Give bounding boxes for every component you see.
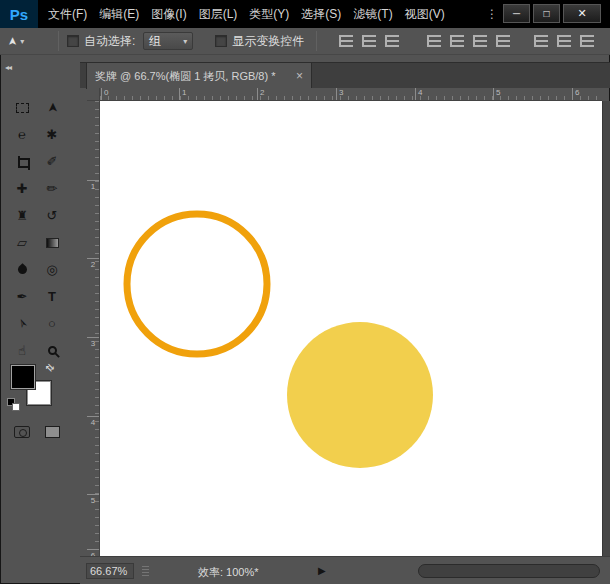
swap-colors-icon[interactable]: ⇄ bbox=[43, 361, 57, 375]
chevron-down-icon: ▾ bbox=[183, 37, 187, 46]
horizontal-scrollbar-thumb[interactable] bbox=[418, 564, 600, 578]
healing-brush-tool[interactable]: ✚ bbox=[7, 175, 37, 202]
yellow-filled-circle-shape[interactable] bbox=[287, 322, 433, 468]
menu-filter[interactable]: 滤镜(T) bbox=[347, 0, 398, 28]
ellipse-icon: ○ bbox=[48, 317, 56, 330]
path-selection-tool[interactable]: ➢ bbox=[7, 310, 37, 337]
ruler-tick: 3 bbox=[87, 337, 99, 348]
blur-tool[interactable] bbox=[7, 256, 37, 283]
ruler-tick: 3 bbox=[336, 88, 343, 100]
healing-brush-icon: ✚ bbox=[17, 182, 28, 195]
menu-bar: 文件(F) 编辑(E) 图像(I) 图层(L) 类型(Y) 选择(S) 滤镜(T… bbox=[42, 0, 451, 28]
type-icon: T bbox=[48, 290, 56, 303]
menu-edit[interactable]: 编辑(E) bbox=[93, 0, 145, 28]
horizontal-ruler: 0 1 2 3 4 5 6 bbox=[100, 88, 602, 101]
menu-image[interactable]: 图像(I) bbox=[145, 0, 192, 28]
menu-overflow-icon[interactable]: ⋮ bbox=[486, 0, 498, 28]
brush-icon: ✏ bbox=[47, 182, 58, 195]
ruler-tick: 2 bbox=[87, 258, 99, 269]
eraser-tool[interactable]: ▱ bbox=[7, 229, 37, 256]
brush-tool[interactable]: ✏ bbox=[37, 175, 67, 202]
default-colors-icon[interactable] bbox=[7, 398, 21, 412]
zoom-tool[interactable] bbox=[37, 337, 67, 364]
align-top-edges-icon[interactable] bbox=[339, 35, 353, 47]
menu-view[interactable]: 视图(V) bbox=[399, 0, 451, 28]
menu-file[interactable]: 文件(F) bbox=[42, 0, 93, 28]
eraser-icon: ▱ bbox=[17, 236, 27, 249]
align-vertical-centers-icon[interactable] bbox=[362, 35, 376, 47]
quick-selection-tool[interactable]: ✱ bbox=[37, 121, 67, 148]
ellipse-tool[interactable]: ○ bbox=[37, 310, 67, 337]
status-bar: 66.67% 效率: 100%* ▶ bbox=[80, 556, 610, 584]
orange-outline-circle-shape[interactable] bbox=[127, 214, 267, 354]
window-controls: ─ □ ✕ bbox=[503, 4, 601, 23]
dodge-icon: ◎ bbox=[46, 263, 57, 276]
screen-mode-icon bbox=[45, 426, 60, 438]
photoshop-logo: Ps bbox=[0, 0, 38, 28]
distribute-horizontal-centers-icon[interactable] bbox=[557, 35, 571, 47]
gradient-icon bbox=[46, 238, 59, 248]
ruler-origin-corner[interactable] bbox=[87, 88, 100, 101]
ruler-tick: 0 bbox=[101, 88, 108, 100]
foreground-color-swatch[interactable] bbox=[11, 365, 35, 389]
tool-options-bar: ➤ ▾ 自动选择: 组 ▾ 显示变换控件 bbox=[0, 28, 610, 55]
vertical-scrollbar[interactable] bbox=[602, 101, 610, 556]
align-bottom-edges-icon[interactable] bbox=[385, 35, 399, 47]
move-tool[interactable]: ➤ bbox=[37, 94, 67, 121]
minimize-button[interactable]: ─ bbox=[503, 4, 530, 23]
move-tool-icon: ➤ bbox=[6, 36, 19, 45]
distribute-top-edges-icon[interactable] bbox=[496, 35, 510, 47]
separator bbox=[58, 31, 59, 51]
gradient-tool[interactable] bbox=[37, 229, 67, 256]
align-right-edges-icon[interactable] bbox=[473, 35, 487, 47]
ruler-tick: 6 bbox=[572, 88, 579, 100]
hand-tool[interactable]: ☝ bbox=[7, 337, 37, 364]
ruler-tick: 4 bbox=[415, 88, 422, 100]
rectangular-marquee-tool[interactable] bbox=[7, 94, 37, 121]
checkbox-box[interactable] bbox=[215, 35, 227, 47]
distribute-left-edges-icon[interactable] bbox=[534, 35, 548, 47]
screen-mode-button[interactable] bbox=[37, 420, 67, 444]
auto-select-dropdown[interactable]: 组 ▾ bbox=[143, 32, 193, 50]
pen-tool[interactable]: ✒ bbox=[7, 283, 37, 310]
history-brush-tool[interactable]: ↺ bbox=[37, 202, 67, 229]
ruler-tick: 5 bbox=[493, 88, 500, 100]
tool-preset-picker[interactable]: ➤ ▾ bbox=[8, 35, 50, 48]
crop-tool[interactable] bbox=[7, 148, 37, 175]
ruler-tick: 6 bbox=[87, 549, 99, 556]
zoom-icon bbox=[48, 346, 57, 355]
maximize-button[interactable]: □ bbox=[533, 4, 560, 23]
ruler-tick: 4 bbox=[87, 416, 99, 427]
dodge-tool[interactable]: ◎ bbox=[37, 256, 67, 283]
ruler-tick: 1 bbox=[179, 88, 186, 100]
align-group-vertical bbox=[339, 35, 399, 47]
auto-select-checkbox[interactable]: 自动选择: bbox=[67, 33, 135, 50]
document-tab[interactable]: 奖牌 @ 66.7%(椭圆 1 拷贝, RGB/8) * × bbox=[86, 63, 312, 89]
photoshop-window: Ps 文件(F) 编辑(E) 图像(I) 图层(L) 类型(Y) 选择(S) 滤… bbox=[0, 0, 610, 584]
lasso-tool[interactable]: ℮ bbox=[7, 121, 37, 148]
collapse-panel-button[interactable]: ◂◂ bbox=[5, 63, 11, 72]
pen-icon: ✒ bbox=[17, 290, 28, 303]
menu-type[interactable]: 类型(Y) bbox=[243, 0, 295, 28]
status-popup-arrow-icon[interactable]: ▶ bbox=[318, 565, 326, 576]
checkbox-box[interactable] bbox=[67, 35, 79, 47]
show-transform-checkbox[interactable]: 显示变换控件 bbox=[215, 33, 304, 50]
align-horizontal-centers-icon[interactable] bbox=[450, 35, 464, 47]
eyedropper-icon: ✐ bbox=[47, 155, 58, 168]
tab-close-icon[interactable]: × bbox=[296, 70, 303, 82]
menu-select[interactable]: 选择(S) bbox=[295, 0, 347, 28]
clone-stamp-icon: ♜ bbox=[16, 209, 28, 222]
zoom-level-field[interactable]: 66.67% bbox=[86, 563, 134, 579]
document-canvas[interactable] bbox=[100, 101, 602, 556]
distribute-right-edges-icon[interactable] bbox=[580, 35, 594, 47]
close-button[interactable]: ✕ bbox=[563, 4, 601, 23]
type-tool[interactable]: T bbox=[37, 283, 67, 310]
align-left-edges-icon[interactable] bbox=[427, 35, 441, 47]
eyedropper-tool[interactable]: ✐ bbox=[37, 148, 67, 175]
menu-layer[interactable]: 图层(L) bbox=[193, 0, 244, 28]
quick-mask-button[interactable] bbox=[7, 420, 37, 444]
tools-panel: ➤ ℮ ✱ ✐ ✚ ✏ ♜ ↺ ▱ ◎ ✒ T ➢ ○ ☝ bbox=[7, 94, 67, 364]
canvas-artwork bbox=[100, 101, 602, 556]
align-group-horizontal bbox=[427, 35, 510, 47]
clone-stamp-tool[interactable]: ♜ bbox=[7, 202, 37, 229]
